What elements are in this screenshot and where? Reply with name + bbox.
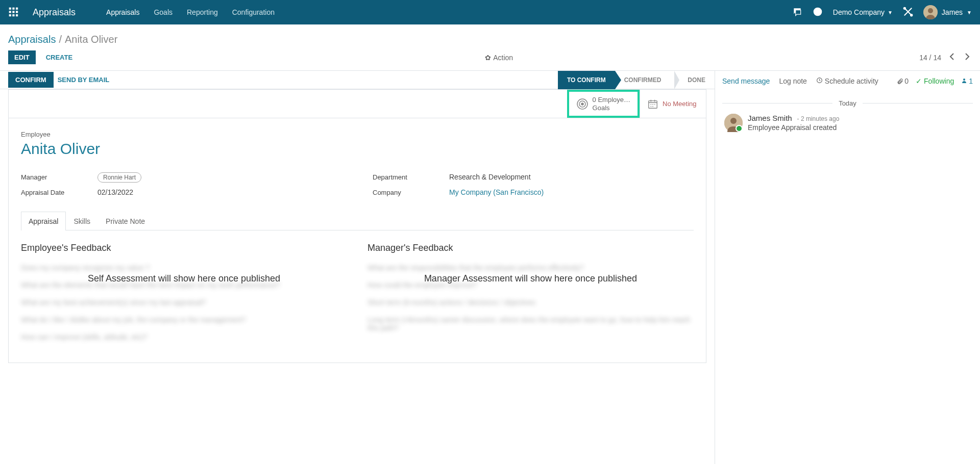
- appraisal-date-label: Appraisal Date: [21, 189, 97, 196]
- chatter-date-separator: Today: [722, 95, 973, 104]
- employee-name: Anita Oliver: [21, 140, 694, 158]
- today-label: Today: [832, 99, 863, 107]
- svg-rect-4: [12, 11, 14, 13]
- breadcrumb-root[interactable]: Appraisals: [8, 34, 56, 45]
- manager-feedback-title: Manager's Feedback: [368, 243, 694, 253]
- goals-stat-button[interactable]: 0 Employe… Goals: [567, 90, 640, 118]
- employee-feedback-placeholder: Self Assessment will show here once publ…: [21, 273, 347, 284]
- svg-rect-5: [16, 11, 18, 13]
- messaging-icon[interactable]: [792, 7, 802, 18]
- breadcrumb: Appraisals / Anita Oliver: [0, 24, 980, 50]
- pager-text: 14 / 14: [919, 54, 941, 62]
- calendar-icon: [647, 98, 658, 110]
- svg-point-13: [928, 8, 933, 13]
- schedule-activity-button[interactable]: Schedule activity: [816, 77, 878, 85]
- nav-appraisals[interactable]: Appraisals: [106, 8, 139, 16]
- target-icon: [576, 98, 589, 110]
- attachments-button[interactable]: 0: [897, 77, 909, 85]
- tab-skills[interactable]: Skills: [66, 212, 98, 230]
- attach-count: 0: [904, 77, 909, 85]
- user-menu[interactable]: James ▼: [923, 5, 972, 19]
- employee-feedback-title: Employee's Feedback: [21, 243, 347, 253]
- notebook-tabs: Appraisal Skills Private Note: [21, 212, 694, 230]
- send-message-button[interactable]: Send message: [722, 77, 770, 85]
- svg-rect-6: [9, 14, 11, 16]
- company-value[interactable]: My Company (San Francisco): [449, 188, 544, 196]
- meeting-label: No Meeting: [663, 100, 696, 108]
- msg-author: James Smith: [748, 114, 792, 122]
- statusbar: CONFIRM SEND BY EMAIL TO CONFIRM CONFIRM…: [0, 71, 715, 89]
- chatter-topbar: Send message Log note Schedule activity …: [722, 77, 973, 85]
- follower-count-value: 1: [969, 77, 973, 85]
- gear-icon: ✿: [485, 54, 491, 62]
- user-name: James: [942, 8, 963, 16]
- action-dropdown[interactable]: ✿ Action: [485, 54, 513, 62]
- svg-point-16: [581, 103, 583, 105]
- goals-line2: Goals: [593, 104, 630, 112]
- manager-tag[interactable]: Ronnie Hart: [97, 172, 141, 183]
- chatter-message: James Smith - 2 minutes ago Employee App…: [722, 110, 973, 136]
- stage-to-confirm[interactable]: TO CONFIRM: [558, 71, 615, 89]
- top-navbar: Appraisals Appraisals Goals Reporting Co…: [0, 0, 980, 24]
- apps-icon[interactable]: [8, 7, 18, 18]
- top-nav: Appraisals Goals Reporting Configuration: [106, 8, 275, 16]
- svg-rect-8: [16, 14, 18, 16]
- breadcrumb-current: Anita Oliver: [65, 34, 117, 45]
- nav-goals[interactable]: Goals: [154, 8, 173, 16]
- msg-text: Employee Appraisal created: [748, 123, 839, 132]
- clock-icon: [816, 77, 825, 85]
- manager-feedback-placeholder: Manager Assessment will show here once p…: [368, 273, 694, 284]
- svg-rect-7: [12, 14, 14, 16]
- department-value: Research & Development: [449, 173, 531, 181]
- stage-done[interactable]: DONE: [678, 71, 715, 89]
- stage-confirmed[interactable]: CONFIRMED: [615, 71, 671, 89]
- msg-avatar: [724, 114, 743, 132]
- activities-icon[interactable]: [813, 7, 823, 18]
- user-icon: [961, 77, 967, 85]
- create-button[interactable]: CREATE: [40, 50, 79, 64]
- following-button[interactable]: ✓ Following: [916, 77, 954, 85]
- tab-appraisal[interactable]: Appraisal: [21, 212, 66, 230]
- tab-private-note[interactable]: Private Note: [98, 212, 153, 230]
- send-email-button[interactable]: SEND BY EMAIL: [58, 76, 110, 84]
- log-note-button[interactable]: Log note: [779, 77, 807, 85]
- emp-blur-0: Does my company recognize my value ?: [21, 264, 347, 272]
- msg-time: - 2 minutes ago: [797, 115, 840, 122]
- manager-feedback-col: Manager's Feedback Manager Assessment wi…: [368, 243, 694, 350]
- tab-content: Employee's Feedback Self Assessment will…: [21, 230, 694, 350]
- meeting-stat-button[interactable]: No Meeting: [640, 90, 706, 118]
- button-box: 0 Employe… Goals No Meeting: [9, 90, 706, 118]
- goals-line1: 0 Employe…: [593, 96, 630, 104]
- followers-button[interactable]: 1: [961, 77, 973, 85]
- emp-blur-3: What do I like / dislike about my job, t…: [21, 316, 347, 324]
- manager-label: Manager: [21, 173, 97, 181]
- control-bar: EDIT CREATE ✿ Action 14 / 14: [0, 50, 980, 70]
- status-stages: TO CONFIRM CONFIRMED DONE: [558, 71, 715, 89]
- caret-down-icon: ▼: [967, 10, 972, 15]
- svg-point-10: [904, 7, 905, 9]
- nav-configuration[interactable]: Configuration: [232, 8, 275, 16]
- breadcrumb-sep: /: [59, 34, 62, 45]
- pager-prev[interactable]: [947, 51, 957, 64]
- employee-label: Employee: [21, 131, 694, 138]
- schedule-label: Schedule activity: [825, 77, 878, 85]
- following-label: Following: [924, 77, 954, 85]
- company-selector[interactable]: Demo Company ▼: [833, 8, 893, 16]
- user-avatar: [923, 5, 938, 19]
- debug-icon[interactable]: [903, 7, 913, 18]
- form-sheet: 0 Employe… Goals No Meeting Employee Ani…: [8, 89, 706, 363]
- svg-rect-0: [9, 7, 11, 9]
- mgr-blur-2: Short term (6-months) actions / decision…: [368, 298, 694, 306]
- svg-rect-3: [9, 11, 11, 13]
- chatter: Send message Log note Schedule activity …: [715, 71, 980, 464]
- edit-button[interactable]: EDIT: [8, 50, 36, 64]
- pager: 14 / 14: [919, 51, 972, 64]
- svg-point-19: [963, 79, 965, 81]
- mgr-blur-3: Long term (>6months) career discussion, …: [368, 316, 694, 332]
- svg-rect-2: [16, 7, 18, 9]
- confirm-button[interactable]: CONFIRM: [8, 72, 54, 88]
- emp-blur-2: What are my best achievement(s) since my…: [21, 298, 347, 306]
- company-name: Demo Company: [833, 8, 885, 16]
- pager-next[interactable]: [963, 51, 972, 64]
- nav-reporting[interactable]: Reporting: [187, 8, 218, 16]
